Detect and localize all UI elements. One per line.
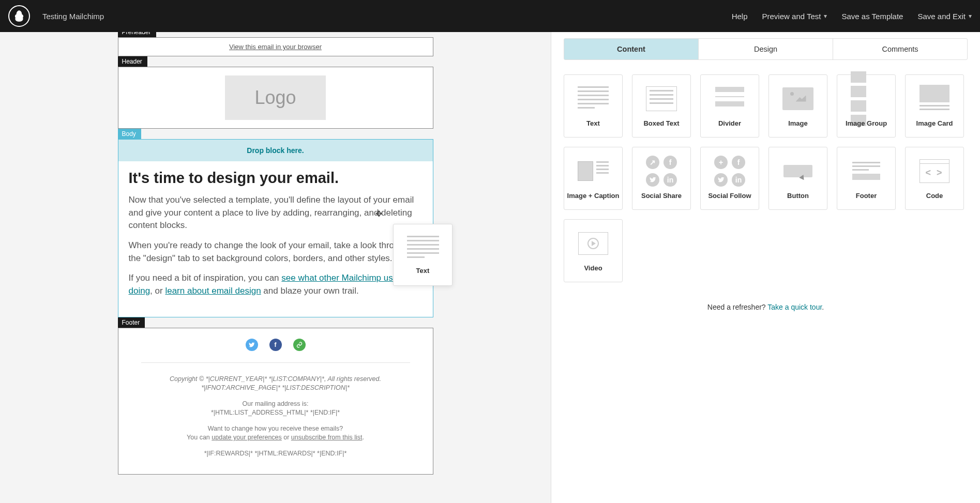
- footer-address-label: Our mailing address is:: [129, 400, 423, 407]
- block-image-caption[interactable]: Image + Caption: [564, 147, 623, 210]
- block-video[interactable]: Video: [564, 219, 623, 282]
- footer-divider: [141, 362, 410, 363]
- social-icons-row: f: [129, 339, 423, 351]
- update-preferences-link[interactable]: update your preferences: [212, 434, 282, 441]
- tab-comments[interactable]: Comments: [833, 39, 967, 59]
- quick-tour-link[interactable]: Take a quick tour: [767, 303, 822, 311]
- panel-tabs: Content Design Comments: [564, 38, 968, 60]
- twitter-icon[interactable]: [246, 339, 258, 351]
- facebook-icon[interactable]: f: [269, 339, 282, 351]
- code-icon: < >: [919, 158, 950, 185]
- unsubscribe-link[interactable]: unsubscribe from this list: [291, 434, 363, 441]
- chevron-down-icon: ▾: [969, 12, 972, 20]
- view-in-browser-link[interactable]: View this email in your browser: [229, 43, 322, 51]
- move-cursor-icon: ✥: [375, 209, 382, 219]
- section-tag-footer[interactable]: Footer: [118, 317, 145, 328]
- block-divider[interactable]: Divider: [700, 74, 759, 138]
- image-card-icon: [919, 85, 950, 112]
- block-image-card[interactable]: Image Card: [905, 74, 964, 138]
- drop-zone[interactable]: Drop block here.: [118, 139, 433, 161]
- block-image-group[interactable]: Image Group: [837, 74, 896, 138]
- footer-icon: [851, 158, 882, 185]
- logo-placeholder[interactable]: Logo: [225, 75, 326, 120]
- learn-design-link[interactable]: learn about email design: [165, 286, 261, 296]
- refresher-text: Need a refresher? Take a quick tour.: [564, 303, 968, 311]
- right-panel: Content Design Comments Text Boxed Text …: [551, 32, 980, 503]
- body-text-block[interactable]: It's time to design your email. Now that…: [118, 161, 433, 317]
- block-social-follow[interactable]: +fin Social Follow: [700, 147, 759, 210]
- body-paragraph: If you need a bit of inspiration, you ca…: [129, 272, 423, 297]
- text-icon: [578, 85, 609, 112]
- footer-address: *|HTML:LIST_ADDRESS_HTML|* *|END:IF|*: [129, 409, 423, 416]
- social-follow-icon: +fin: [714, 158, 745, 185]
- block-image[interactable]: Image: [768, 74, 827, 138]
- preheader-block[interactable]: View this email in your browser: [118, 37, 433, 56]
- footer-description: *|IFNOT:ARCHIVE_PAGE|* *|LIST:DESCRIPTIO…: [129, 384, 423, 391]
- image-group-icon: [851, 85, 882, 112]
- content-blocks-grid: Text Boxed Text Divider Image Image Grou…: [564, 74, 968, 282]
- tab-design[interactable]: Design: [698, 39, 833, 59]
- footer-change-prompt: Want to change how you receive these ema…: [129, 425, 423, 432]
- section-tag-header[interactable]: Header: [118, 56, 147, 67]
- section-tag-preheader[interactable]: Preheader: [118, 32, 156, 37]
- block-code[interactable]: < > Code: [905, 147, 964, 210]
- save-and-exit-menu[interactable]: Save and Exit▾: [917, 12, 972, 21]
- save-as-template-button[interactable]: Save as Template: [841, 12, 903, 21]
- body-heading: It's time to design your email.: [129, 170, 423, 187]
- block-social-share[interactable]: ↗fin Social Share: [632, 147, 691, 210]
- mailchimp-logo-icon[interactable]: [8, 5, 30, 27]
- footer-block[interactable]: f Copyright © *|CURRENT_YEAR|* *|LIST:CO…: [118, 328, 433, 475]
- tab-content[interactable]: Content: [564, 39, 698, 59]
- email-canvas[interactable]: Preheader View this email in your browse…: [0, 32, 551, 503]
- preview-and-test-menu[interactable]: Preview and Test▾: [762, 12, 827, 21]
- help-link[interactable]: Help: [732, 12, 748, 21]
- social-share-icon: ↗fin: [646, 158, 677, 185]
- chevron-down-icon: ▾: [824, 12, 827, 20]
- body-paragraph: When you're ready to change the look of …: [129, 239, 423, 265]
- footer-copyright: Copyright © *|CURRENT_YEAR|* *|LIST:COMP…: [129, 375, 423, 383]
- header-block[interactable]: Logo: [118, 67, 433, 129]
- button-icon: [782, 158, 813, 185]
- footer-rewards: *|IF:REWARDS|* *|HTML:REWARDS|* *|END:IF…: [129, 450, 423, 457]
- footer-links-line: You can update your preferences or unsub…: [129, 434, 423, 441]
- block-footer[interactable]: Footer: [837, 147, 896, 210]
- divider-icon: [714, 85, 745, 112]
- block-button[interactable]: Button: [768, 147, 827, 210]
- boxed-text-icon: [646, 85, 677, 112]
- block-boxed-text[interactable]: Boxed Text: [632, 74, 691, 138]
- video-icon: [578, 230, 609, 257]
- project-title: Testing Mailchimp: [42, 12, 104, 21]
- top-bar: Testing Mailchimp Help Preview and Test▾…: [0, 0, 980, 32]
- section-tag-body[interactable]: Body: [118, 129, 141, 139]
- image-caption-icon: [578, 158, 609, 185]
- image-icon: [782, 85, 813, 112]
- link-icon[interactable]: [293, 339, 306, 351]
- block-text[interactable]: Text: [564, 74, 623, 138]
- dragging-block-ghost: Text: [393, 224, 453, 286]
